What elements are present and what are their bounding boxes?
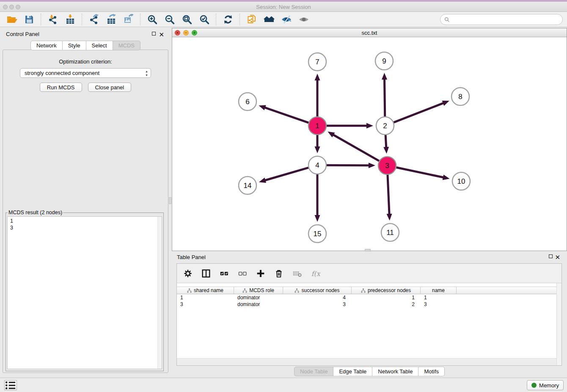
tab-mcds[interactable]: MCDS xyxy=(113,41,140,50)
tab-network[interactable]: Network xyxy=(30,41,63,50)
control-panel-float-icon[interactable] xyxy=(152,32,156,36)
svg-text:f(x): f(x) xyxy=(311,269,320,277)
table-panel-float-icon[interactable] xyxy=(549,254,553,258)
table-cell: 3 xyxy=(177,301,234,308)
column-header-successor-nodes[interactable]: successor nodes xyxy=(283,287,352,294)
table-panel-title: Table Panel xyxy=(177,254,206,260)
graph-arrowhead xyxy=(366,123,373,129)
mcds-result-area[interactable]: 1 3 xyxy=(7,216,162,369)
export-network-icon[interactable] xyxy=(88,14,99,25)
export-image-icon[interactable] xyxy=(123,14,134,25)
graph-edge-1-6[interactable] xyxy=(264,108,309,123)
add-column-icon[interactable] xyxy=(255,268,267,279)
graph-node-label-6: 6 xyxy=(245,98,249,106)
graph-node-label-15: 15 xyxy=(314,230,322,238)
show-all-icon[interactable] xyxy=(298,14,309,25)
mcds-result-lines: 1 3 xyxy=(8,217,162,231)
network-canvas[interactable]: 7968124314101511 xyxy=(172,37,567,251)
list-icon xyxy=(5,381,17,390)
main-toolbar xyxy=(0,12,567,27)
zoom-out-icon[interactable] xyxy=(164,14,175,25)
graph-edge-2-8[interactable] xyxy=(394,103,444,122)
result-scrollbar[interactable] xyxy=(157,217,162,369)
status-bar: Memory xyxy=(0,378,567,392)
mcds-panel: Optimization criterion: strongly connect… xyxy=(3,50,168,373)
vertical-splitter-grip[interactable] xyxy=(169,197,171,204)
table-cell: 2 xyxy=(352,301,421,308)
zoom-fit-icon[interactable] xyxy=(181,14,193,25)
graph-edge-2-9[interactable] xyxy=(385,79,385,116)
graph-arrowhead xyxy=(387,214,392,221)
save-session-icon[interactable] xyxy=(23,14,35,25)
tab-motifs[interactable]: Motifs xyxy=(418,367,445,376)
delete-column-icon[interactable] xyxy=(273,268,285,279)
column-header-label: predecessor nodes xyxy=(368,287,411,293)
graph-edge-2-3[interactable] xyxy=(385,135,386,148)
table-scrollbar[interactable] xyxy=(556,283,561,365)
graph-node-label-1: 1 xyxy=(315,122,319,130)
zoom-in-icon[interactable] xyxy=(146,14,158,25)
column-header-shared-name[interactable]: shared name xyxy=(177,287,234,294)
column-type-icon xyxy=(242,288,247,293)
control-panel-tabs: NetworkStyleSelectMCDS xyxy=(3,41,168,50)
tab-node-table[interactable]: Node Table xyxy=(294,367,334,376)
table-cell: dominator xyxy=(234,301,283,308)
table-cell: 4 xyxy=(283,294,352,301)
open-folder-icon[interactable] xyxy=(6,14,17,25)
criterion-select[interactable]: strongly connected component ▲▼ xyxy=(20,68,151,78)
task-history-button[interactable] xyxy=(4,380,17,390)
horizontal-splitter-grip[interactable] xyxy=(365,249,371,251)
toolbar-group xyxy=(216,14,239,25)
graph-edge-4-3[interactable] xyxy=(327,165,369,166)
table-cell: dominator xyxy=(234,294,283,301)
run-mcds-button[interactable]: Run MCDS xyxy=(40,83,82,92)
tab-style[interactable]: Style xyxy=(63,41,86,50)
memory-status-dot xyxy=(531,383,537,388)
clone-network-icon[interactable] xyxy=(246,14,257,25)
refresh-network-icon[interactable] xyxy=(222,14,234,25)
column-header-predecessor-nodes[interactable]: predecessor nodes xyxy=(352,287,421,294)
column-header-name[interactable]: name xyxy=(421,287,457,294)
graph-node-label-3: 3 xyxy=(385,162,389,170)
zoom-selected-icon[interactable] xyxy=(198,14,210,25)
network-window-titlebar: ✕ − + scc.txt xyxy=(172,28,567,37)
graph-edge-3-10[interactable] xyxy=(396,168,444,178)
table-settings-gear-icon[interactable] xyxy=(182,268,194,279)
hide-selected-icon[interactable] xyxy=(281,14,292,25)
graph-arrowhead xyxy=(443,175,450,180)
table-row[interactable]: 3dominator323 xyxy=(177,301,556,308)
unselect-all-columns-icon[interactable] xyxy=(237,268,248,279)
memory-button[interactable]: Memory xyxy=(527,380,564,390)
close-panel-button[interactable]: Close panel xyxy=(88,83,132,92)
table-cell: 3 xyxy=(283,301,352,308)
toolbar-group xyxy=(82,14,140,25)
window-title: Session: New Session xyxy=(0,4,567,10)
table-panel-tabs: Node TableEdge TableNetwork TableMotifs xyxy=(172,367,567,376)
table-cell: 3 xyxy=(421,301,457,308)
column-type-icon xyxy=(187,288,192,293)
tab-edge-table[interactable]: Edge Table xyxy=(333,367,372,376)
graph-arrowhead xyxy=(369,163,375,168)
table-row[interactable]: 1dominator411 xyxy=(177,294,556,301)
graph-edge-3-11[interactable] xyxy=(388,175,389,215)
table-hscroll-area[interactable] xyxy=(177,358,556,365)
column-header-MCDS-role[interactable]: MCDS role xyxy=(234,287,283,294)
graph-edge-3-1[interactable] xyxy=(333,135,379,161)
network-window-title: scc.txt xyxy=(172,30,567,36)
select-stepper-icon: ▲▼ xyxy=(145,69,148,77)
search-input[interactable] xyxy=(450,15,562,24)
tab-network-table[interactable]: Network Table xyxy=(372,367,418,376)
import-table-icon[interactable] xyxy=(64,14,76,25)
graph-edge-4-14[interactable] xyxy=(264,168,308,180)
table-header-row: shared nameMCDS rolesuccessor nodesprede… xyxy=(177,287,556,294)
graph-node-label-10: 10 xyxy=(457,177,465,185)
home-neighbors-icon[interactable] xyxy=(263,14,275,25)
export-table-icon[interactable] xyxy=(105,14,117,25)
control-panel-close-icon[interactable]: ✕ xyxy=(159,33,164,36)
toggle-columns-icon[interactable] xyxy=(200,268,212,279)
select-all-columns-icon[interactable] xyxy=(218,268,230,279)
tab-select[interactable]: Select xyxy=(86,41,113,50)
search-box[interactable] xyxy=(440,14,563,25)
import-network-icon[interactable] xyxy=(47,14,58,25)
table-panel-close-icon[interactable]: ✕ xyxy=(555,255,560,259)
